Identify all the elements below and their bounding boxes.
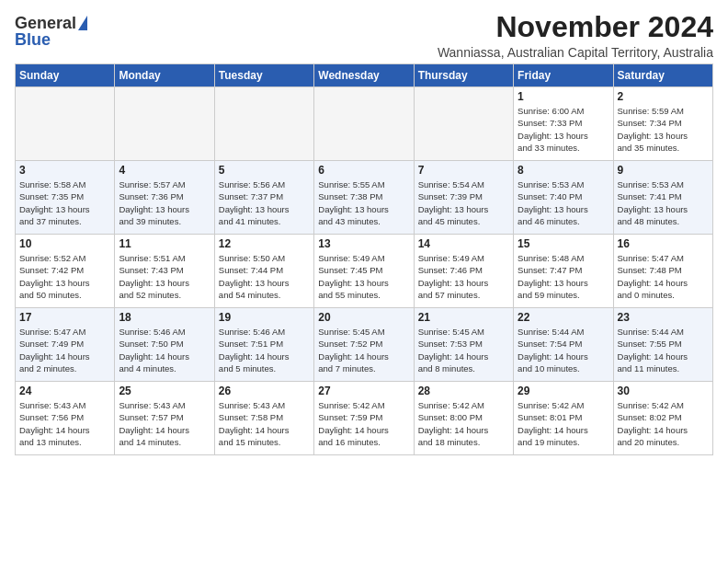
day-info: Sunrise: 5:43 AM Sunset: 7:57 PM Dayligh… xyxy=(119,399,210,448)
table-row xyxy=(214,87,313,161)
day-info: Sunrise: 5:43 AM Sunset: 7:58 PM Dayligh… xyxy=(219,399,310,448)
day-number: 27 xyxy=(318,385,409,397)
logo-triangle-icon xyxy=(78,16,87,30)
day-number: 5 xyxy=(219,164,310,177)
table-row: 7Sunrise: 5:54 AM Sunset: 7:39 PM Daylig… xyxy=(414,161,513,235)
header-thursday: Thursday xyxy=(414,64,513,87)
day-number: 7 xyxy=(418,164,509,177)
day-info: Sunrise: 5:50 AM Sunset: 7:44 PM Dayligh… xyxy=(219,252,310,301)
day-info: Sunrise: 5:42 AM Sunset: 8:00 PM Dayligh… xyxy=(418,399,509,448)
table-row: 11Sunrise: 5:51 AM Sunset: 7:43 PM Dayli… xyxy=(115,235,214,308)
title-block: November 2024 Wanniassa, Australian Capi… xyxy=(438,11,713,60)
day-number: 12 xyxy=(219,237,310,250)
day-number: 19 xyxy=(219,311,310,324)
day-number: 26 xyxy=(219,385,310,397)
table-row xyxy=(414,87,513,161)
day-number: 30 xyxy=(618,385,709,397)
header-monday: Monday xyxy=(115,64,214,87)
day-info: Sunrise: 5:48 AM Sunset: 7:47 PM Dayligh… xyxy=(518,252,609,301)
day-info: Sunrise: 5:42 AM Sunset: 8:02 PM Dayligh… xyxy=(618,399,709,448)
day-number: 24 xyxy=(19,385,110,397)
day-info: Sunrise: 5:51 AM Sunset: 7:43 PM Dayligh… xyxy=(119,252,210,301)
day-number: 9 xyxy=(618,164,709,177)
day-info: Sunrise: 5:42 AM Sunset: 7:59 PM Dayligh… xyxy=(318,399,409,448)
table-row: 16Sunrise: 5:47 AM Sunset: 7:48 PM Dayli… xyxy=(613,235,712,308)
calendar-week-row: 17Sunrise: 5:47 AM Sunset: 7:49 PM Dayli… xyxy=(16,308,713,382)
header-tuesday: Tuesday xyxy=(214,64,313,87)
table-row xyxy=(115,87,214,161)
day-info: Sunrise: 5:44 AM Sunset: 7:55 PM Dayligh… xyxy=(618,326,709,374)
day-info: Sunrise: 5:57 AM Sunset: 7:36 PM Dayligh… xyxy=(119,178,210,227)
header: General Blue November 2024 Wanniassa, Au… xyxy=(15,11,713,60)
table-row: 8Sunrise: 5:53 AM Sunset: 7:40 PM Daylig… xyxy=(514,161,613,235)
day-number: 18 xyxy=(119,311,210,324)
day-number: 15 xyxy=(518,237,609,250)
day-info: Sunrise: 5:53 AM Sunset: 7:41 PM Dayligh… xyxy=(618,178,709,227)
day-info: Sunrise: 5:42 AM Sunset: 8:01 PM Dayligh… xyxy=(518,399,609,448)
day-info: Sunrise: 5:49 AM Sunset: 7:45 PM Dayligh… xyxy=(318,252,409,301)
table-row: 5Sunrise: 5:56 AM Sunset: 7:37 PM Daylig… xyxy=(214,161,313,235)
table-row: 10Sunrise: 5:52 AM Sunset: 7:42 PM Dayli… xyxy=(16,235,115,308)
day-info: Sunrise: 5:52 AM Sunset: 7:42 PM Dayligh… xyxy=(19,252,110,301)
table-row: 23Sunrise: 5:44 AM Sunset: 7:55 PM Dayli… xyxy=(613,308,712,382)
day-info: Sunrise: 5:53 AM Sunset: 7:40 PM Dayligh… xyxy=(518,178,609,227)
day-number: 4 xyxy=(119,164,210,177)
day-info: Sunrise: 6:00 AM Sunset: 7:33 PM Dayligh… xyxy=(518,105,609,154)
calendar-header-row: Sunday Monday Tuesday Wednesday Thursday… xyxy=(16,64,713,87)
table-row: 6Sunrise: 5:55 AM Sunset: 7:38 PM Daylig… xyxy=(314,161,414,235)
day-info: Sunrise: 5:58 AM Sunset: 7:35 PM Dayligh… xyxy=(19,178,110,227)
table-row: 2Sunrise: 5:59 AM Sunset: 7:34 PM Daylig… xyxy=(613,87,712,161)
day-number: 3 xyxy=(19,164,110,177)
table-row: 4Sunrise: 5:57 AM Sunset: 7:36 PM Daylig… xyxy=(115,161,214,235)
table-row: 9Sunrise: 5:53 AM Sunset: 7:41 PM Daylig… xyxy=(613,161,712,235)
day-info: Sunrise: 5:46 AM Sunset: 7:51 PM Dayligh… xyxy=(219,326,310,374)
calendar-week-row: 1Sunrise: 6:00 AM Sunset: 7:33 PM Daylig… xyxy=(16,87,713,161)
calendar-week-row: 10Sunrise: 5:52 AM Sunset: 7:42 PM Dayli… xyxy=(16,235,713,308)
table-row: 1Sunrise: 6:00 AM Sunset: 7:33 PM Daylig… xyxy=(514,87,613,161)
table-row: 28Sunrise: 5:42 AM Sunset: 8:00 PM Dayli… xyxy=(414,382,513,455)
table-row: 25Sunrise: 5:43 AM Sunset: 7:57 PM Dayli… xyxy=(115,382,214,455)
day-info: Sunrise: 5:46 AM Sunset: 7:50 PM Dayligh… xyxy=(119,326,210,374)
day-number: 10 xyxy=(19,237,110,250)
day-info: Sunrise: 5:45 AM Sunset: 7:53 PM Dayligh… xyxy=(418,326,509,374)
logo-blue-text: Blue xyxy=(15,31,51,48)
day-number: 23 xyxy=(618,311,709,324)
day-number: 21 xyxy=(418,311,509,324)
table-row xyxy=(16,87,115,161)
calendar-week-row: 3Sunrise: 5:58 AM Sunset: 7:35 PM Daylig… xyxy=(16,161,713,235)
table-row: 30Sunrise: 5:42 AM Sunset: 8:02 PM Dayli… xyxy=(613,382,712,455)
table-row: 12Sunrise: 5:50 AM Sunset: 7:44 PM Dayli… xyxy=(214,235,313,308)
calendar-table: Sunday Monday Tuesday Wednesday Thursday… xyxy=(15,63,713,455)
day-number: 22 xyxy=(518,311,609,324)
day-info: Sunrise: 5:49 AM Sunset: 7:46 PM Dayligh… xyxy=(418,252,509,301)
day-number: 11 xyxy=(119,237,210,250)
table-row: 3Sunrise: 5:58 AM Sunset: 7:35 PM Daylig… xyxy=(16,161,115,235)
table-row: 15Sunrise: 5:48 AM Sunset: 7:47 PM Dayli… xyxy=(514,235,613,308)
day-number: 16 xyxy=(618,237,709,250)
table-row: 27Sunrise: 5:42 AM Sunset: 7:59 PM Dayli… xyxy=(314,382,414,455)
table-row: 14Sunrise: 5:49 AM Sunset: 7:46 PM Dayli… xyxy=(414,235,513,308)
header-friday: Friday xyxy=(514,64,613,87)
page: General Blue November 2024 Wanniassa, Au… xyxy=(0,0,728,463)
day-number: 14 xyxy=(418,237,509,250)
header-sunday: Sunday xyxy=(16,64,115,87)
day-info: Sunrise: 5:56 AM Sunset: 7:37 PM Dayligh… xyxy=(219,178,310,227)
table-row xyxy=(314,87,414,161)
location: Wanniassa, Australian Capital Territory,… xyxy=(438,45,713,60)
logo-general-text: General xyxy=(15,15,76,31)
table-row: 24Sunrise: 5:43 AM Sunset: 7:56 PM Dayli… xyxy=(16,382,115,455)
table-row: 19Sunrise: 5:46 AM Sunset: 7:51 PM Dayli… xyxy=(214,308,313,382)
day-info: Sunrise: 5:55 AM Sunset: 7:38 PM Dayligh… xyxy=(318,178,409,227)
day-number: 20 xyxy=(318,311,409,324)
day-number: 2 xyxy=(618,90,709,103)
month-title: November 2024 xyxy=(438,11,713,43)
day-info: Sunrise: 5:45 AM Sunset: 7:52 PM Dayligh… xyxy=(318,326,409,374)
table-row: 17Sunrise: 5:47 AM Sunset: 7:49 PM Dayli… xyxy=(16,308,115,382)
table-row: 29Sunrise: 5:42 AM Sunset: 8:01 PM Dayli… xyxy=(514,382,613,455)
table-row: 22Sunrise: 5:44 AM Sunset: 7:54 PM Dayli… xyxy=(514,308,613,382)
table-row: 20Sunrise: 5:45 AM Sunset: 7:52 PM Dayli… xyxy=(314,308,414,382)
calendar-week-row: 24Sunrise: 5:43 AM Sunset: 7:56 PM Dayli… xyxy=(16,382,713,455)
table-row: 21Sunrise: 5:45 AM Sunset: 7:53 PM Dayli… xyxy=(414,308,513,382)
day-number: 25 xyxy=(119,385,210,397)
day-number: 6 xyxy=(318,164,409,177)
